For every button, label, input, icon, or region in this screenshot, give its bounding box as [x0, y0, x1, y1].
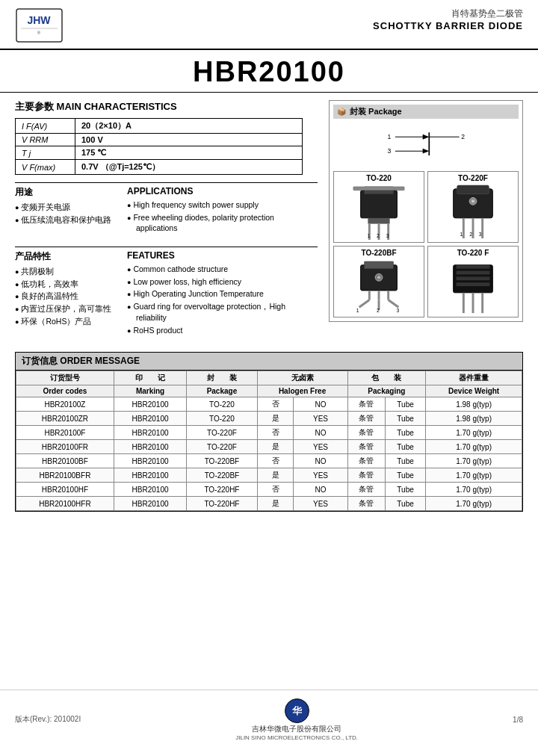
order-package: TO-220BF [187, 454, 257, 468]
features-en-title: FEATURES [127, 250, 318, 261]
feat-cn-item: 内置过压保护，高可靠性 [15, 303, 112, 315]
svg-text:®: ® [37, 31, 41, 35]
order-pkg-cn: 条管 [347, 397, 385, 412]
order-code: HBR20100F [16, 426, 114, 440]
app-cn-item: 变频开关电源 [15, 202, 112, 213]
order-halogen-cn: 是 [257, 440, 294, 454]
order-table-row: HBR20100BF HBR20100 TO-220BF 否 NO 条管 Tub… [16, 454, 522, 468]
page: JHW ® 肖特基势垒二极管 SCHOTTKY BARRIER DIODE HB… [0, 0, 538, 756]
header-en-packaging: Packaging [347, 385, 426, 397]
header-cn-weight: 器件重量 [426, 371, 522, 385]
order-halogen-cn: 否 [257, 454, 294, 468]
order-halogen-cn: 是 [257, 468, 294, 483]
header-cn-marking: 印 记 [114, 371, 186, 385]
company-name-en: JILIN SINO MICROELECTRONICS CO., LTD. [235, 734, 358, 741]
order-weight: 1.70 g(typ) [426, 454, 522, 468]
footer-page: 1/8 [513, 716, 523, 724]
svg-text:JHW: JHW [27, 14, 51, 26]
header-en-halogen: Halogen Free [257, 385, 347, 397]
order-weight: 1.70 g(typ) [426, 426, 522, 440]
features-en: FEATURES Common cathode structureLow pow… [127, 250, 318, 337]
package-title-bar: 📦 封装 Package [333, 105, 519, 119]
features-cn-list: 共阴极制低功耗，高效率良好的高温特性内置过压保护，高可靠性环保（RoHS）产品 [15, 266, 112, 326]
order-weight: 1.98 g(typ) [426, 397, 522, 412]
svg-rect-49 [457, 276, 490, 280]
part-number: HBR20100 [0, 56, 538, 88]
left-column: 主要参数 MAIN CHARACTERISTICS I F(AV) 20（2×1… [15, 100, 318, 337]
order-marking: HBR20100 [114, 468, 186, 483]
feat-cn-item: 良好的高温特性 [15, 291, 112, 302]
company-logo-icon: 华 [284, 698, 310, 724]
char-param: V F(max) [16, 160, 75, 175]
applications-en-list: High frequency switch power supplyFree w… [127, 199, 318, 234]
order-marking: HBR20100 [114, 426, 186, 440]
order-table-row: HBR20100HF HBR20100 TO-220HF 否 NO 条管 Tub… [16, 483, 522, 497]
package-images: TO-220 [333, 171, 519, 317]
applications-row: 用途 变频开关电源低压续流电容和保护电路 APPLICATIONS High f… [15, 186, 318, 239]
svg-rect-34 [365, 261, 394, 268]
app-en-item: High frequency switch power supply [127, 199, 318, 211]
header-en-title: SCHOTTKY BARRIER DIODE [373, 20, 523, 31]
title-section: HBR20100 [0, 50, 538, 93]
header-cn-package: 封 装 [187, 371, 257, 385]
company-name: 吉林华微电子股份有限公司 [252, 724, 341, 734]
order-pkg-cn: 条管 [347, 468, 385, 483]
order-code: HBR20100Z [16, 397, 114, 412]
order-code: HBR20100BF [16, 454, 114, 468]
svg-rect-13 [361, 190, 398, 217]
order-table-row: HBR20100Z HBR20100 TO-220 否 NO 条管 Tube 1… [16, 397, 522, 412]
order-pkg-cn: 条管 [347, 412, 385, 426]
pin-diagram: 1 2 3 [333, 123, 519, 167]
right-column: 📦 封装 Package 1 2 [329, 100, 523, 337]
footer-center: 华 吉林华微电子股份有限公司 JILIN SINO MICROELECTRONI… [235, 698, 358, 741]
header-cn-halogen: 无卤素 [257, 371, 347, 385]
package-box: 📦 封装 Package 1 2 [329, 100, 523, 322]
svg-line-38 [359, 300, 370, 307]
header-cn-order: 订货型号 [16, 371, 114, 385]
package-to220-f: TO-220 F [427, 246, 519, 317]
header: JHW ® 肖特基势垒二极管 SCHOTTKY BARRIER DIODE [0, 0, 538, 50]
order-package: TO-220F [187, 440, 257, 454]
applications-en: APPLICATIONS High frequency switch power… [127, 186, 318, 235]
svg-marker-6 [423, 134, 430, 140]
header-en-marking: Marking [114, 385, 186, 397]
order-halogen-en: NO [294, 397, 347, 412]
order-table-body: HBR20100Z HBR20100 TO-220 否 NO 条管 Tube 1… [16, 397, 522, 511]
svg-marker-11 [423, 149, 430, 154]
order-halogen-en: NO [294, 426, 347, 440]
order-pkg-cn: 条管 [347, 440, 385, 454]
order-pkg-cn: 条管 [347, 426, 385, 440]
features-cn-title: 产品特性 [15, 250, 112, 263]
order-halogen-cn: 否 [257, 397, 294, 412]
svg-rect-24 [457, 185, 489, 193]
package-to220bf: TO-220BF [333, 246, 424, 317]
order-halogen-en: YES [294, 440, 347, 454]
order-table-header-en: Order codes Marking Package Halogen Free… [16, 385, 522, 397]
order-halogen-en: YES [294, 468, 347, 483]
app-en-item: Free wheeling diodes, polarity protectio… [127, 212, 318, 234]
order-pkg-en: Tube [385, 497, 425, 511]
char-table-row: V F(max) 0.7V （@Tj=125℃） [16, 160, 303, 175]
order-marking: HBR20100 [114, 454, 186, 468]
feat-en-item: RoHS product [127, 325, 318, 336]
order-pkg-en: Tube [385, 454, 425, 468]
order-marking: HBR20100 [114, 483, 186, 497]
order-package: TO-220HF [187, 497, 257, 511]
order-code: HBR20100FR [16, 440, 114, 454]
order-table-header-cn: 订货型号 印 记 封 装 无卤素 包 装 器件重量 [16, 371, 522, 385]
order-marking: HBR20100 [114, 440, 186, 454]
svg-rect-15 [368, 217, 389, 223]
applications-cn-list: 变频开关电源低压续流电容和保护电路 [15, 202, 112, 225]
feat-en-item: Guard ring for overvoltage protection，Hi… [127, 301, 318, 323]
svg-rect-47 [457, 264, 490, 268]
features-row: 产品特性 共阴极制低功耗，高效率良好的高温特性内置过压保护，高可靠性环保（RoH… [15, 250, 318, 337]
order-marking: HBR20100 [114, 397, 186, 412]
applications-cn: 用途 变频开关电源低压续流电容和保护电路 [15, 186, 112, 235]
order-table-row: HBR20100HFR HBR20100 TO-220HF 是 YES 条管 T… [16, 497, 522, 511]
header-cn-title: 肖特基势垒二极管 [373, 7, 523, 20]
svg-text:华: 华 [291, 705, 303, 716]
footer-version: 版本(Rev.): 201002I [15, 714, 81, 725]
svg-point-26 [471, 199, 474, 202]
app-cn-item: 低压续流电容和保护电路 [15, 214, 112, 226]
package-to220: TO-220 [333, 171, 424, 243]
